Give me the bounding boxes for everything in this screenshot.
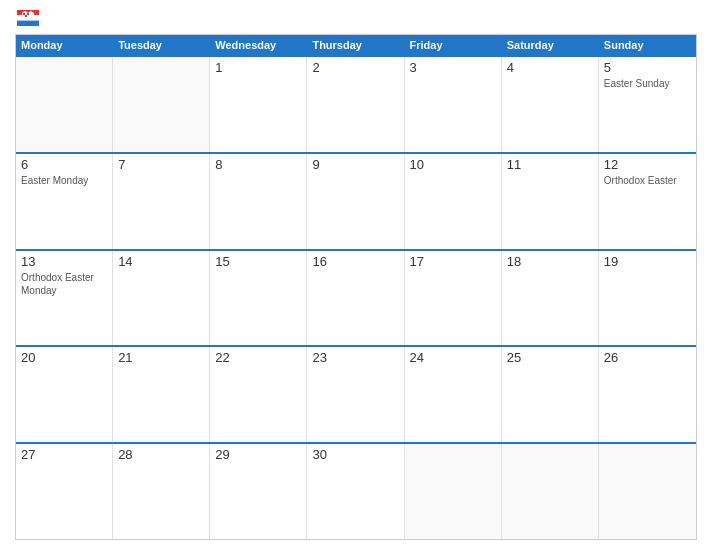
cal-cell: 12Orthodox Easter	[599, 154, 696, 249]
cal-cell: 20	[16, 347, 113, 442]
cal-cell: 24	[405, 347, 502, 442]
cal-cell: 21	[113, 347, 210, 442]
day-event: Easter Sunday	[604, 77, 691, 90]
day-number: 26	[604, 350, 691, 365]
cal-cell: 17	[405, 251, 502, 346]
cal-cell: 23	[307, 347, 404, 442]
cal-cell: 30	[307, 444, 404, 539]
day-event: Orthodox Easter	[604, 174, 691, 187]
cal-week-4: 20212223242526	[16, 345, 696, 442]
day-number: 28	[118, 447, 204, 462]
svg-rect-4	[23, 13, 25, 15]
cal-cell: 28	[113, 444, 210, 539]
day-number: 20	[21, 350, 107, 365]
cal-cell: 2	[307, 57, 404, 152]
cal-cell	[405, 444, 502, 539]
day-number: 29	[215, 447, 301, 462]
cal-header-sunday: Sunday	[599, 35, 696, 55]
header	[15, 10, 697, 26]
cal-cell: 29	[210, 444, 307, 539]
cal-cell	[502, 444, 599, 539]
day-number: 11	[507, 157, 593, 172]
day-number: 15	[215, 254, 301, 269]
day-number: 10	[410, 157, 496, 172]
day-number: 5	[604, 60, 691, 75]
day-number: 3	[410, 60, 496, 75]
cal-week-5: 27282930	[16, 442, 696, 539]
cal-header-monday: Monday	[16, 35, 113, 55]
day-event: Orthodox Easter Monday	[21, 271, 107, 297]
day-number: 18	[507, 254, 593, 269]
day-number: 21	[118, 350, 204, 365]
calendar-body: 12345Easter Sunday6Easter Monday78910111…	[16, 55, 696, 539]
day-event: Easter Monday	[21, 174, 107, 187]
cal-header-tuesday: Tuesday	[113, 35, 210, 55]
cal-cell: 8	[210, 154, 307, 249]
day-number: 13	[21, 254, 107, 269]
day-number: 2	[312, 60, 398, 75]
day-number: 17	[410, 254, 496, 269]
day-number: 23	[312, 350, 398, 365]
day-number: 30	[312, 447, 398, 462]
calendar-header: MondayTuesdayWednesdayThursdayFridaySatu…	[16, 35, 696, 55]
cal-cell: 4	[502, 57, 599, 152]
cal-cell: 25	[502, 347, 599, 442]
cal-header-friday: Friday	[405, 35, 502, 55]
cal-week-1: 12345Easter Sunday	[16, 55, 696, 152]
day-number: 24	[410, 350, 496, 365]
cal-cell: 19	[599, 251, 696, 346]
cal-cell: 15	[210, 251, 307, 346]
svg-rect-6	[25, 15, 27, 17]
day-number: 8	[215, 157, 301, 172]
page: MondayTuesdayWednesdayThursdayFridaySatu…	[0, 0, 712, 550]
cal-cell	[113, 57, 210, 152]
cal-header-thursday: Thursday	[307, 35, 404, 55]
cal-week-3: 13Orthodox Easter Monday141516171819	[16, 249, 696, 346]
day-number: 6	[21, 157, 107, 172]
svg-rect-2	[17, 21, 39, 26]
logo	[15, 10, 39, 26]
cal-cell: 1	[210, 57, 307, 152]
cal-header-wednesday: Wednesday	[210, 35, 307, 55]
day-number: 1	[215, 60, 301, 75]
cal-week-2: 6Easter Monday789101112Orthodox Easter	[16, 152, 696, 249]
cal-cell: 16	[307, 251, 404, 346]
cal-cell: 14	[113, 251, 210, 346]
day-number: 27	[21, 447, 107, 462]
cal-cell	[599, 444, 696, 539]
cal-cell: 13Orthodox Easter Monday	[16, 251, 113, 346]
cal-cell: 6Easter Monday	[16, 154, 113, 249]
day-number: 9	[312, 157, 398, 172]
cal-cell: 26	[599, 347, 696, 442]
day-number: 12	[604, 157, 691, 172]
day-number: 25	[507, 350, 593, 365]
day-number: 4	[507, 60, 593, 75]
cal-cell: 10	[405, 154, 502, 249]
cal-cell: 7	[113, 154, 210, 249]
cal-cell: 27	[16, 444, 113, 539]
cal-cell: 22	[210, 347, 307, 442]
cal-cell: 9	[307, 154, 404, 249]
logo-flag-icon	[17, 10, 39, 26]
cal-cell: 18	[502, 251, 599, 346]
cal-cell: 3	[405, 57, 502, 152]
day-number: 7	[118, 157, 204, 172]
svg-rect-5	[27, 13, 29, 15]
day-number: 14	[118, 254, 204, 269]
calendar: MondayTuesdayWednesdayThursdayFridaySatu…	[15, 34, 697, 540]
cal-cell	[16, 57, 113, 152]
day-number: 22	[215, 350, 301, 365]
cal-cell: 11	[502, 154, 599, 249]
cal-cell: 5Easter Sunday	[599, 57, 696, 152]
day-number: 19	[604, 254, 691, 269]
day-number: 16	[312, 254, 398, 269]
cal-header-saturday: Saturday	[502, 35, 599, 55]
